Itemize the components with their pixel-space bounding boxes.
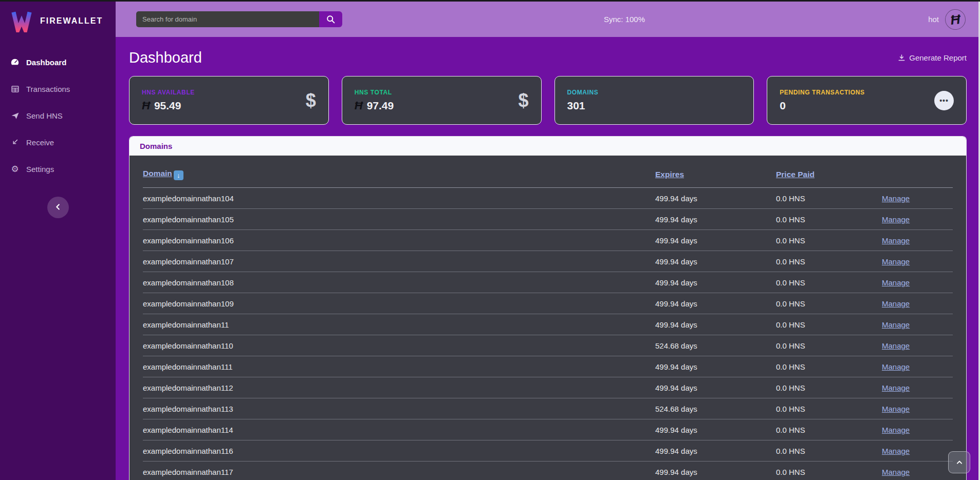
stat-card-label: HNS AVAILABLE — [142, 89, 306, 96]
ellipsis-icon[interactable]: ••• — [934, 91, 954, 110]
expires-cell: 499.94 days — [655, 440, 776, 462]
settings-gear-icon: ⚙ — [10, 164, 20, 174]
stat-card-hns-available: HNS AVAILABLE Ħ 95.49 $ — [129, 76, 329, 125]
column-label: Domain — [143, 169, 172, 178]
generate-report-label: Generate Report — [909, 53, 967, 62]
expires-cell: 499.94 days — [655, 462, 776, 480]
expires-cell: 499.94 days — [655, 188, 776, 209]
topbar: Sync: 100% hot Ħ — [116, 2, 980, 37]
domain-cell: exampledomainnathan116 — [143, 440, 655, 462]
price-cell: 0.0 HNS — [776, 209, 882, 230]
stat-card-domains: DOMAINS 301 — [554, 76, 754, 125]
domain-cell: exampledomainnathan106 — [143, 230, 655, 251]
column-header-price-paid[interactable]: Price Paid — [776, 170, 815, 179]
price-cell: 0.0 HNS — [776, 188, 882, 209]
table-row: exampledomainnathan106 499.94 days 0.0 H… — [143, 230, 953, 251]
search-input[interactable] — [136, 11, 319, 27]
generate-report-button[interactable]: Generate Report — [898, 53, 967, 62]
dollar-icon: $ — [306, 90, 316, 111]
chevron-up-icon — [955, 458, 964, 467]
domain-search — [136, 11, 342, 27]
page-title: Dashboard — [129, 49, 202, 66]
expires-cell: 524.68 days — [655, 398, 776, 419]
domain-cell: exampledomainnathan107 — [143, 251, 655, 272]
stat-card-value: 0 — [780, 100, 786, 112]
search-button[interactable] — [319, 11, 342, 27]
manage-link[interactable]: Manage — [882, 320, 910, 329]
expires-cell: 499.94 days — [655, 419, 776, 440]
manage-link[interactable]: Manage — [882, 468, 910, 476]
price-cell: 0.0 HNS — [776, 251, 882, 272]
expires-cell: 499.94 days — [655, 377, 776, 398]
domains-panel: Domains Domain↓ Expires — [129, 136, 967, 480]
table-row: exampledomainnathan114 499.94 days 0.0 H… — [143, 419, 953, 440]
sidebar-nav: Dashboard Transactions Send HNS — [0, 49, 116, 182]
brand[interactable]: FIREWALLET — [0, 2, 116, 32]
stat-card-value: 97.49 — [367, 100, 394, 112]
manage-link[interactable]: Manage — [882, 278, 910, 287]
table-row: exampledomainnathan107 499.94 days 0.0 H… — [143, 251, 953, 272]
scroll-to-top-button[interactable] — [948, 451, 970, 473]
sidebar: FIREWALLET Dashboard Transactions — [0, 2, 116, 480]
manage-link[interactable]: Manage — [882, 405, 910, 413]
hns-coin-icon: Ħ — [355, 100, 363, 111]
domain-cell: exampledomainnathan110 — [143, 335, 655, 356]
price-cell: 0.0 HNS — [776, 462, 882, 480]
expires-cell: 499.94 days — [655, 293, 776, 314]
manage-link[interactable]: Manage — [882, 257, 910, 266]
sidebar-item-receive[interactable]: Receive — [0, 129, 116, 156]
send-paper-plane-icon — [10, 111, 20, 120]
table-row: exampledomainnathan104 499.94 days 0.0 H… — [143, 188, 953, 209]
sidebar-item-label: Send HNS — [26, 111, 63, 120]
handshake-logo-icon: Ħ — [944, 8, 967, 31]
hns-coin-icon: Ħ — [142, 100, 150, 111]
stat-card-label: DOMAINS — [567, 89, 742, 96]
price-cell: 0.0 HNS — [776, 335, 882, 356]
expires-cell: 499.94 days — [655, 272, 776, 293]
manage-link[interactable]: Manage — [882, 236, 910, 245]
sidebar-item-label: Settings — [26, 165, 54, 174]
sidebar-item-dashboard[interactable]: Dashboard — [0, 49, 116, 75]
wallet-menu[interactable]: hot Ħ — [928, 9, 966, 30]
stat-card-value-row: 0 — [780, 100, 934, 112]
price-cell: 0.0 HNS — [776, 398, 882, 419]
table-row: exampledomainnathan108 499.94 days 0.0 H… — [143, 272, 953, 293]
manage-link[interactable]: Manage — [882, 362, 910, 371]
column-header-expires[interactable]: Expires — [655, 170, 684, 179]
manage-link[interactable]: Manage — [882, 426, 910, 434]
price-cell: 0.0 HNS — [776, 230, 882, 251]
domains-table-body: exampledomainnathan104 499.94 days 0.0 H… — [143, 188, 953, 480]
domain-cell: exampledomainnathan111 — [143, 356, 655, 377]
stat-card-value: 301 — [567, 100, 585, 112]
stat-card-hns-total: HNS TOTAL Ħ 97.49 $ — [342, 76, 542, 125]
manage-link[interactable]: Manage — [882, 447, 910, 455]
domain-cell: exampledomainnathan112 — [143, 377, 655, 398]
stat-card-body: HNS TOTAL Ħ 97.49 — [355, 89, 519, 112]
stat-card-body: PENDING TRANSACTIONS 0 — [780, 89, 934, 112]
table-row: exampledomainnathan117 499.94 days 0.0 H… — [143, 462, 953, 480]
stat-card-body: HNS AVAILABLE Ħ 95.49 — [142, 89, 306, 112]
wallet-name: hot — [928, 15, 939, 24]
manage-link[interactable]: Manage — [882, 383, 910, 392]
table-row: exampledomainnathan110 524.68 days 0.0 H… — [143, 335, 953, 356]
sidebar-item-send-hns[interactable]: Send HNS — [0, 102, 116, 129]
stat-card-label: PENDING TRANSACTIONS — [780, 89, 934, 96]
page-header: Dashboard Generate Report — [116, 37, 980, 66]
column-header-domain[interactable]: Domain↓ — [143, 169, 183, 178]
sidebar-item-label: Transactions — [26, 85, 70, 93]
manage-link[interactable]: Manage — [882, 341, 910, 350]
table-row: exampledomainnathan109 499.94 days 0.0 H… — [143, 293, 953, 314]
manage-link[interactable]: Manage — [882, 215, 910, 224]
domains-table-container: Domain↓ Expires Price Paid — [130, 156, 966, 480]
sidebar-item-transactions[interactable]: Transactions — [0, 75, 116, 102]
stat-cards-row: HNS AVAILABLE Ħ 95.49 $ HNS TOTAL Ħ 97.4… — [116, 66, 980, 125]
sidebar-item-label: Receive — [26, 138, 54, 147]
sidebar-collapse-button[interactable] — [47, 197, 69, 218]
stat-card-value-row: 301 — [567, 100, 742, 112]
expires-cell: 499.94 days — [655, 209, 776, 230]
manage-link[interactable]: Manage — [882, 194, 910, 203]
sidebar-item-settings[interactable]: ⚙ Settings — [0, 156, 116, 182]
manage-link[interactable]: Manage — [882, 299, 910, 308]
sidebar-item-label: Dashboard — [26, 58, 66, 67]
ellipsis-dots: ••• — [939, 97, 949, 105]
